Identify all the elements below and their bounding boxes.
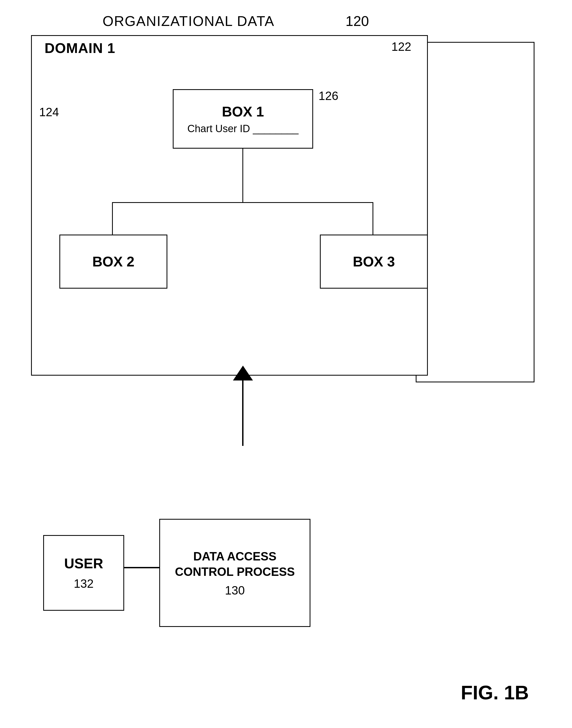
domain-label: DOMAIN 1 bbox=[45, 40, 115, 56]
domain-outer-box bbox=[31, 35, 428, 376]
ref-124: 124 bbox=[39, 105, 59, 119]
box1: BOX 1 Chart User ID ________ bbox=[173, 89, 313, 148]
box3-label: BOX 3 bbox=[353, 253, 395, 270]
figure-number-top: 120 bbox=[346, 13, 369, 29]
connector-line-v1 bbox=[242, 148, 243, 203]
domain-ref: 122 bbox=[391, 40, 411, 54]
user-ref: 132 bbox=[74, 577, 93, 591]
box2: BOX 2 bbox=[59, 235, 167, 289]
dac-box: DATA ACCESSCONTROL PROCESS 130 bbox=[159, 519, 310, 627]
dac-ref: 130 bbox=[225, 584, 244, 597]
arrowhead-up bbox=[233, 366, 253, 380]
connector-line-v3 bbox=[372, 202, 373, 235]
domain-shadow bbox=[416, 42, 534, 382]
box3: BOX 3 bbox=[320, 235, 428, 289]
page-title: ORGANIZATIONAL DATA bbox=[102, 13, 275, 29]
user-label: USER bbox=[64, 555, 103, 571]
figure-label: FIG. 1B bbox=[461, 681, 529, 704]
user-box: USER 132 bbox=[43, 535, 124, 611]
box1-subtext: Chart User ID ________ bbox=[187, 123, 298, 135]
box2-label: BOX 2 bbox=[92, 253, 134, 270]
arrow-shaft-up bbox=[242, 376, 243, 446]
connector-line-h1 bbox=[112, 202, 373, 203]
box1-label: BOX 1 bbox=[222, 104, 264, 120]
ref-126: 126 bbox=[318, 89, 338, 103]
dac-label: DATA ACCESSCONTROL PROCESS bbox=[175, 549, 295, 580]
connector-line-v2 bbox=[112, 202, 113, 235]
